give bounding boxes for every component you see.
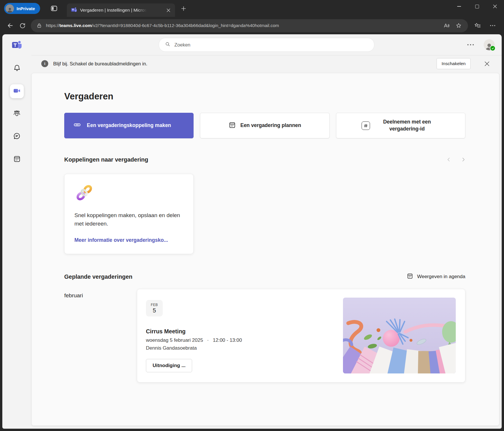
create-meeting-link-button[interactable]: Een vergaderingskoppeling maken: [64, 113, 194, 138]
enable-notifications-button[interactable]: Inschakelen: [437, 58, 471, 69]
action-buttons: Een vergaderingskoppeling maken Een verg…: [64, 113, 465, 138]
carousel-next-icon[interactable]: [459, 155, 468, 164]
banner-close-icon[interactable]: [482, 59, 491, 68]
date-badge: FEB 5: [146, 300, 163, 316]
video-icon: [13, 87, 21, 96]
nav-activity[interactable]: [10, 62, 24, 76]
new-tab-button[interactable]: [178, 3, 188, 13]
tab-actions-icon[interactable]: [49, 3, 59, 14]
links-card-text: Snel koppelingen maken, opslaan en delen…: [74, 211, 183, 228]
browser-tab[interactable]: Vergaderen | Instellingen | Micros: [67, 3, 175, 17]
link-icon: [73, 121, 81, 130]
month-label: februari: [64, 289, 137, 382]
plan-meeting-button[interactable]: Een vergadering plannen: [200, 113, 329, 138]
favorites-bar-icon[interactable]: [471, 19, 484, 32]
read-aloud-icon[interactable]: [441, 19, 452, 32]
nav-calendar[interactable]: [10, 152, 24, 166]
nav-chat[interactable]: [10, 130, 24, 144]
inprivate-badge[interactable]: InPrivate: [4, 3, 40, 14]
plan-meeting-label: Een vergadering plannen: [240, 122, 301, 129]
date-badge-day: 5: [153, 307, 156, 314]
lock-icon[interactable]: [34, 21, 44, 31]
teams-favicon-icon: [71, 7, 77, 14]
learn-more-link[interactable]: Meer informatie over vergaderingsko...: [74, 237, 168, 243]
page-title: Vergaderen: [64, 91, 465, 102]
url-text: https://teams.live.com/v2/?tenantId=9188…: [46, 23, 441, 28]
meeting-card[interactable]: FEB 5 Cirrus Meeting woensdag 5 februari…: [137, 289, 465, 382]
address-bar[interactable]: https://teams.live.com/v2/?tenantId=9188…: [31, 19, 468, 32]
calendar-icon: [228, 121, 236, 130]
more-options-icon[interactable]: [466, 42, 476, 47]
tab-close-icon[interactable]: [165, 6, 172, 14]
nav-communities[interactable]: [10, 107, 24, 121]
info-icon: i: [41, 60, 48, 67]
view-in-agenda-label: Weergeven in agenda: [417, 274, 465, 280]
links-section-title: Koppelingen naar vergadering: [64, 156, 148, 163]
join-with-id-label: Deelnemen met een vergadering-id: [374, 119, 440, 132]
app-content: Zoeken i Blijf bij. Schakel: [31, 34, 502, 429]
tab-title: Vergaderen | Instellingen | Micros: [80, 8, 146, 13]
back-icon[interactable]: [4, 19, 16, 32]
meeting-date: woensdag 5 februari 2025: [146, 337, 203, 343]
meeting-separator: ·: [207, 337, 209, 343]
meetings-panel: Vergaderen Een vergaderingskoppeling mak…: [31, 73, 499, 426]
teams-app: Zoeken i Blijf bij. Schakel: [2, 34, 502, 429]
meetings-section-header: Geplande vergaderingen Weergeven in agen…: [64, 273, 465, 281]
refresh-icon[interactable]: [16, 19, 28, 32]
favorite-icon[interactable]: [453, 19, 464, 32]
app-rail: [2, 34, 31, 429]
browser-window: InPrivate Vergaderen | Instellingen | Mi…: [0, 0, 504, 431]
window-maximize-button[interactable]: [468, 0, 486, 13]
chain-link-icon: [74, 183, 94, 203]
people-icon: [13, 109, 21, 119]
calendar-icon: [13, 155, 21, 164]
copy-invite-button[interactable]: Uitnodiging ...: [146, 359, 192, 372]
notification-banner: i Blijf bij. Schakel de bureaubladmeldin…: [31, 56, 502, 72]
month-group: februari FEB 5 Cirrus Meeting woensdag 5…: [64, 289, 465, 382]
search-icon: [165, 41, 171, 48]
search-placeholder: Zoeken: [174, 42, 190, 48]
meeting-time: 12:00 - 13:00: [213, 337, 242, 343]
search-input[interactable]: Zoeken: [159, 38, 374, 52]
window-controls: [450, 0, 504, 13]
join-with-id-button[interactable]: Deelnemen met een vergadering-id: [336, 113, 465, 138]
browser-toolbar: https://teams.live.com/v2/?tenantId=9188…: [0, 17, 504, 34]
calendar-icon: [407, 273, 413, 281]
date-badge-month: FEB: [151, 303, 158, 307]
meeting-links-card[interactable]: Snel koppelingen maken, opslaan en delen…: [64, 174, 194, 254]
tab-strip: InPrivate Vergaderen | Instellingen | Mi…: [0, 0, 504, 17]
window-minimize-button[interactable]: [450, 0, 468, 13]
bell-icon: [13, 64, 21, 73]
meeting-illustration: [343, 298, 456, 373]
inprivate-label: InPrivate: [17, 6, 35, 11]
user-avatar[interactable]: [484, 39, 495, 50]
teams-logo-icon: [12, 40, 22, 50]
nav-meetings[interactable]: [10, 84, 24, 98]
profile-avatar-icon: [6, 4, 14, 13]
banner-message: Blijf bij. Schakel de bureaubladmeldinge…: [53, 61, 147, 67]
links-section-header: Koppelingen naar vergadering: [64, 155, 465, 164]
presence-available-icon: [490, 45, 496, 51]
chat-icon: [13, 132, 21, 141]
window-close-button[interactable]: [486, 0, 504, 13]
view-in-agenda-link[interactable]: Weergeven in agenda: [407, 273, 465, 281]
create-meeting-link-label: Een vergaderingskoppeling maken: [87, 122, 171, 129]
hash-icon: [362, 121, 370, 130]
carousel-prev-icon[interactable]: [444, 155, 453, 164]
app-header: Zoeken: [31, 34, 502, 56]
browser-menu-icon[interactable]: [487, 19, 499, 32]
meetings-section-title: Geplande vergaderingen: [64, 273, 133, 280]
